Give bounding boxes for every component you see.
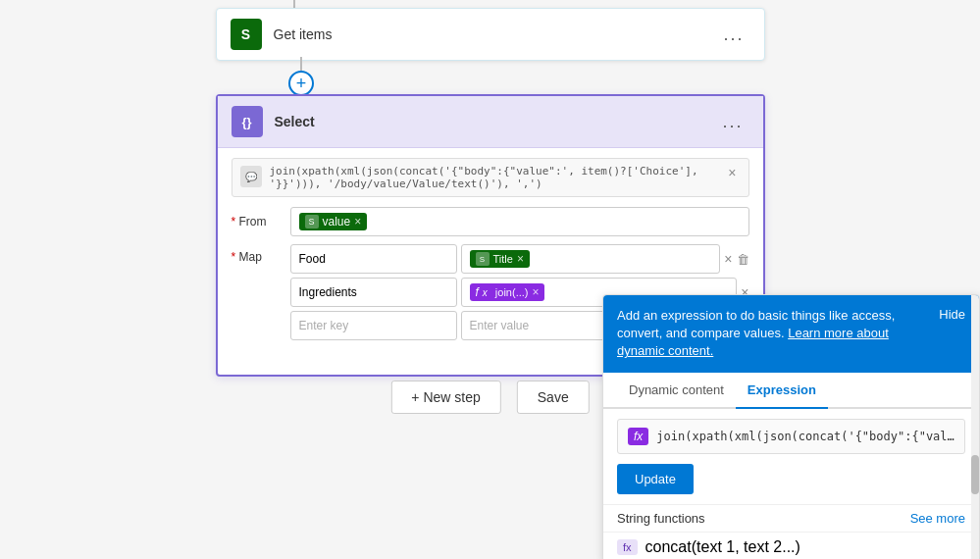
panel-header-text: Add an expression to do basic things lik… xyxy=(617,307,929,361)
func-item-label: concat(text 1, text 2...) xyxy=(645,538,800,556)
right-panel: Add an expression to do basic things lik… xyxy=(602,294,980,559)
save-button[interactable]: Save xyxy=(517,381,590,414)
select-card-header: {} Select ... xyxy=(218,96,763,148)
from-field[interactable]: S value × xyxy=(290,207,749,236)
map-key-empty[interactable]: Enter key xyxy=(290,311,457,340)
tab-expression[interactable]: Expression xyxy=(736,373,828,409)
title-chip-label: Title xyxy=(493,253,513,265)
expression-text: join(xpath(xml(json(concat('{"body":{"va… xyxy=(270,165,725,190)
expr-chat-icon: 💬 xyxy=(240,166,262,187)
title-chip: S Title × xyxy=(470,250,530,268)
map-key-food: Food xyxy=(290,244,457,274)
from-label: * From xyxy=(232,215,290,229)
select-card-title: Select xyxy=(275,114,717,129)
from-row: * From S value × xyxy=(232,207,749,236)
map-key-ingredients: Ingredients xyxy=(290,278,457,307)
add-step-circle[interactable]: + xyxy=(288,71,314,96)
value-chip-icon: S xyxy=(305,215,319,229)
new-step-button[interactable]: + New step xyxy=(390,381,500,414)
panel-scrollbar[interactable] xyxy=(971,295,979,559)
select-more-button[interactable]: ... xyxy=(716,110,748,134)
title-chip-close[interactable]: × xyxy=(517,252,524,266)
enter-value-placeholder: Enter value xyxy=(470,319,530,332)
join-chip-fx: f xyxy=(476,285,479,299)
add-step-plus-icon: + xyxy=(296,74,307,94)
connector-line-1 xyxy=(300,57,302,71)
ingredients-key-text: Ingredients xyxy=(299,285,357,299)
tab-dynamic-content[interactable]: Dynamic content xyxy=(617,373,736,409)
panel-hide-button[interactable]: Hide xyxy=(939,307,965,322)
map-row-food: Food S Title × × 🗑 xyxy=(290,244,749,274)
get-items-icon: S xyxy=(231,19,262,50)
map-label: * Map xyxy=(232,244,290,264)
panel-header: Add an expression to do basic things lik… xyxy=(603,295,979,373)
map-val-title: S Title × xyxy=(461,244,721,274)
food-row-delete[interactable]: × xyxy=(724,251,732,267)
func-chip: fx xyxy=(617,539,638,555)
string-functions-label: String functions xyxy=(617,511,705,526)
panel-expr-box[interactable]: fx join(xpath(xml(json(concat('{"body":{… xyxy=(617,419,965,454)
join-chip-close[interactable]: × xyxy=(532,285,539,299)
expression-input-text[interactable]: join(xpath(xml(json(concat('{"body":{"va… xyxy=(656,430,954,443)
join-chip: fx join(...) × xyxy=(470,283,545,301)
value-chip-label: value xyxy=(323,215,351,229)
join-chip-label: join(...) xyxy=(495,286,529,298)
from-required-star: * xyxy=(232,215,236,229)
get-items-icon-letter: S xyxy=(241,26,250,42)
fx-badge: fx xyxy=(628,428,648,445)
get-items-title: Get items xyxy=(274,26,718,42)
canvas: S Get items ... + {} Select ... 💬 join(x… xyxy=(0,0,980,559)
see-more-link[interactable]: See more xyxy=(910,511,965,526)
value-chip: S value × xyxy=(299,213,368,230)
food-row-trash[interactable]: 🗑 xyxy=(737,252,749,267)
select-icon: {} xyxy=(232,106,263,137)
value-chip-close[interactable]: × xyxy=(354,215,361,229)
bottom-buttons: + New step Save xyxy=(390,381,589,414)
panel-tabs: Dynamic content Expression xyxy=(603,373,979,409)
select-icon-text: {} xyxy=(241,115,251,129)
get-items-more-button[interactable]: ... xyxy=(717,23,749,47)
panel-scrollbar-thumb[interactable] xyxy=(971,455,979,494)
expression-close-button[interactable]: × xyxy=(724,165,740,180)
food-key-text: Food xyxy=(299,252,326,266)
title-chip-icon: S xyxy=(476,252,490,266)
get-items-card: S Get items ... xyxy=(216,8,765,61)
enter-key-placeholder: Enter key xyxy=(299,319,349,332)
panel-function-item[interactable]: fx concat(text 1, text 2...) xyxy=(603,532,979,559)
map-required-star: * xyxy=(232,250,236,264)
expression-row: 💬 join(xpath(xml(json(concat('{"body":{"… xyxy=(232,158,749,197)
update-button[interactable]: Update xyxy=(617,464,694,494)
string-functions-row: String functions See more xyxy=(603,504,979,532)
